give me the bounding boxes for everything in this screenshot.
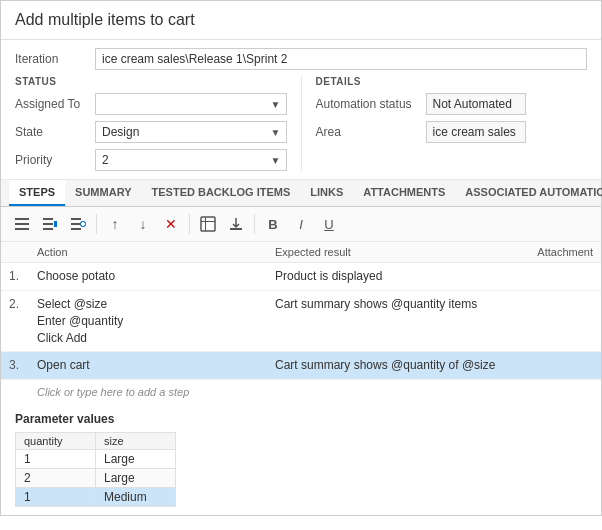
- param-values-section: Parameter values quantity size 1 Large 2: [1, 404, 601, 515]
- param-header-row: quantity size: [16, 433, 176, 450]
- insert-shared-steps-icon: [42, 216, 58, 232]
- step-expected-3: Cart summary shows @quantity of @size: [275, 357, 513, 372]
- steps-content: ↑ ↓ ✕ B I U: [1, 207, 601, 515]
- svg-rect-2: [15, 228, 29, 230]
- bold-button[interactable]: B: [260, 211, 286, 237]
- svg-rect-0: [15, 218, 29, 220]
- svg-rect-7: [71, 218, 81, 220]
- toolbar-sep-1: [96, 214, 97, 234]
- tab-associated-automation[interactable]: ASSOCIATED AUTOMATION: [455, 180, 602, 206]
- assigned-to-select[interactable]: [95, 93, 287, 115]
- dialog-title: Add multiple items to cart: [1, 1, 601, 40]
- step-action-2[interactable]: Select @size Enter @quantity Click Add: [37, 296, 275, 346]
- step-action-1[interactable]: Choose potato: [37, 268, 275, 285]
- priority-label: Priority: [15, 153, 95, 167]
- iteration-label: Iteration: [15, 52, 95, 66]
- toolbar-sep-3: [254, 214, 255, 234]
- param-col-quantity: quantity: [16, 433, 96, 450]
- insert-param-button[interactable]: [195, 211, 221, 237]
- state-row: State Design ▼: [15, 121, 287, 143]
- tab-steps[interactable]: STEPS: [9, 180, 65, 206]
- create-shared-steps-button[interactable]: [65, 211, 91, 237]
- priority-select[interactable]: 2: [95, 149, 287, 171]
- param-row-1[interactable]: 1 Large: [16, 450, 176, 469]
- attach-button[interactable]: [223, 211, 249, 237]
- svg-rect-8: [71, 223, 81, 225]
- status-column: STATUS Assigned To ▼ State Design: [15, 76, 302, 171]
- svg-rect-6: [54, 221, 57, 227]
- tab-tested-backlog[interactable]: TESTED BACKLOG ITEMS: [142, 180, 301, 206]
- step-row-1[interactable]: 1. Choose potato Product is displayed: [1, 263, 601, 291]
- area-row: Area ice cream sales: [316, 121, 588, 143]
- move-down-button[interactable]: ↓: [130, 211, 156, 237]
- dialog: Add multiple items to cart Iteration STA…: [0, 0, 602, 516]
- iteration-input[interactable]: [95, 48, 587, 70]
- param-values-title: Parameter values: [15, 412, 587, 426]
- underline-button[interactable]: U: [316, 211, 342, 237]
- col-num-header: [9, 246, 37, 258]
- svg-rect-1: [15, 223, 29, 225]
- svg-rect-4: [43, 223, 53, 225]
- step-expected-1: Product is displayed: [275, 268, 513, 283]
- svg-rect-13: [201, 217, 215, 231]
- state-label: State: [15, 125, 95, 139]
- step-num-1: 1.: [9, 268, 37, 283]
- italic-button[interactable]: I: [288, 211, 314, 237]
- steps-toolbar: ↑ ↓ ✕ B I U: [1, 207, 601, 242]
- param-row-2-size: Large: [96, 469, 176, 488]
- details-header: DETAILS: [316, 76, 588, 87]
- param-col-size: size: [96, 433, 176, 450]
- attach-icon: [228, 216, 244, 232]
- step-num-3: 3.: [9, 357, 37, 372]
- assigned-to-label: Assigned To: [15, 97, 95, 111]
- steps-table-header: Action Expected result Attachment: [1, 242, 601, 263]
- tab-attachments[interactable]: ATTACHMENTS: [353, 180, 455, 206]
- param-row-2-quantity: 2: [16, 469, 96, 488]
- param-row-3-size: Medium: [96, 488, 176, 507]
- svg-rect-14: [201, 221, 215, 222]
- insert-param-icon: [200, 216, 216, 232]
- tab-links[interactable]: LINKS: [300, 180, 353, 206]
- move-up-button[interactable]: ↑: [102, 211, 128, 237]
- svg-rect-16: [230, 228, 242, 230]
- param-row-2[interactable]: 2 Large: [16, 469, 176, 488]
- assigned-to-row: Assigned To ▼: [15, 93, 287, 115]
- step-row-3[interactable]: 3. Open cart Cart summary shows @quantit…: [1, 352, 601, 380]
- delete-button[interactable]: ✕: [158, 211, 184, 237]
- tabs-bar: STEPS SUMMARY TESTED BACKLOG ITEMS LINKS…: [1, 180, 601, 207]
- step-expected-2: Cart summary shows @quantity items: [275, 296, 513, 311]
- svg-rect-3: [43, 218, 53, 220]
- step-row-2[interactable]: 2. Select @size Enter @quantity Click Ad…: [1, 291, 601, 352]
- step-action-3[interactable]: Open cart: [37, 357, 275, 374]
- svg-rect-12: [81, 223, 85, 225]
- step-num-2: 2.: [9, 296, 37, 311]
- status-details-section: STATUS Assigned To ▼ State Design: [15, 76, 587, 171]
- param-row-3-quantity: 1: [16, 488, 96, 507]
- area-value: ice cream sales: [426, 121, 526, 143]
- param-row-3[interactable]: 1 Medium: [16, 488, 176, 507]
- automation-status-label: Automation status: [316, 97, 426, 111]
- tab-summary[interactable]: SUMMARY: [65, 180, 141, 206]
- insert-step-icon: [14, 216, 30, 232]
- automation-status-value: Not Automated: [426, 93, 526, 115]
- status-header: STATUS: [15, 76, 287, 87]
- add-step-hint[interactable]: Click or type here to add a step: [1, 380, 601, 404]
- svg-rect-5: [43, 228, 53, 230]
- svg-rect-15: [205, 217, 206, 231]
- area-label: Area: [316, 125, 426, 139]
- details-column: DETAILS Automation status Not Automated …: [302, 76, 588, 171]
- param-row-1-quantity: 1: [16, 450, 96, 469]
- param-row-1-size: Large: [96, 450, 176, 469]
- create-shared-steps-icon: [70, 216, 86, 232]
- state-select[interactable]: Design: [95, 121, 287, 143]
- param-values-table: quantity size 1 Large 2 Large 1: [15, 432, 176, 507]
- insert-shared-steps-button[interactable]: [37, 211, 63, 237]
- iteration-row: Iteration: [15, 48, 587, 70]
- attachment-header: Attachment: [513, 246, 593, 258]
- action-header: Action: [37, 246, 275, 258]
- priority-row: Priority 2 ▼: [15, 149, 287, 171]
- toolbar-sep-2: [189, 214, 190, 234]
- expected-header: Expected result: [275, 246, 513, 258]
- automation-status-row: Automation status Not Automated: [316, 93, 588, 115]
- insert-step-button[interactable]: [9, 211, 35, 237]
